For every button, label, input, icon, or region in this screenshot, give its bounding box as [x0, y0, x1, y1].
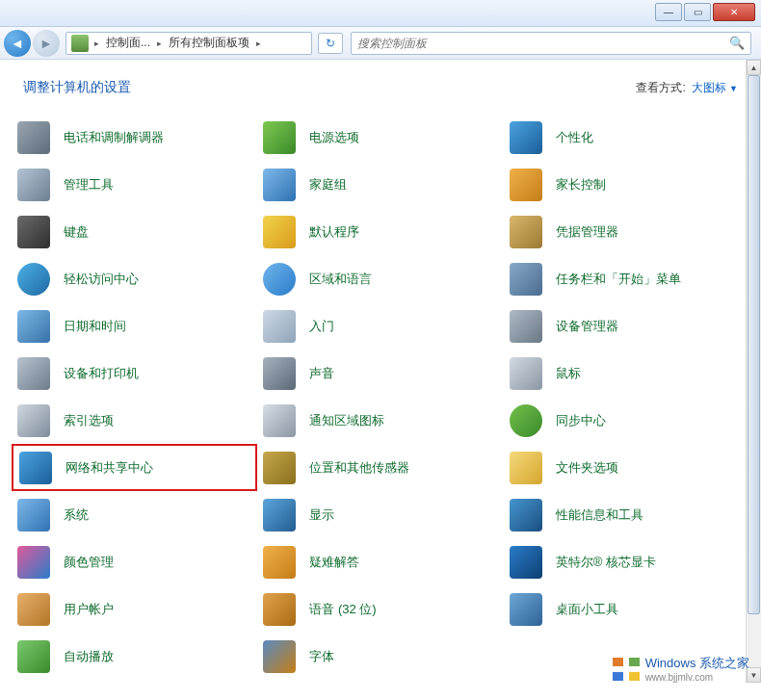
control-panel-item[interactable]: 电话和调制解调器	[12, 114, 257, 161]
refresh-button[interactable]: ↻	[318, 33, 343, 54]
item-label: 鼠标	[556, 365, 581, 382]
control-panel-item[interactable]: 通知区域图标	[257, 397, 503, 444]
item-label: 家庭组	[309, 176, 347, 194]
control-panel-item[interactable]: 默认程序	[257, 208, 503, 255]
control-panel-item[interactable]: 轻松访问中心	[12, 255, 257, 302]
autoplay-icon	[17, 640, 50, 673]
item-label: 自动播放	[64, 648, 114, 665]
control-panel-item[interactable]: 系统	[12, 491, 257, 538]
control-panel-item[interactable]: 语音 (32 位)	[257, 585, 503, 633]
control-panel-item[interactable]: 日期和时间	[12, 302, 257, 350]
search-box[interactable]: 🔍	[351, 32, 751, 55]
breadcrumb-seg-2[interactable]: 所有控制面板项	[165, 33, 253, 54]
admin-icon	[17, 169, 50, 201]
mouse-icon	[510, 357, 542, 390]
phone-icon	[17, 121, 50, 154]
item-label: 键盘	[64, 223, 89, 241]
control-panel-item[interactable]: 键盘	[12, 208, 257, 255]
control-panel-item[interactable]: 字体	[257, 633, 503, 680]
breadcrumb[interactable]: ▸ 控制面... ▸ 所有控制面板项 ▸	[66, 32, 312, 55]
start-icon	[263, 310, 296, 343]
location-icon	[263, 452, 296, 484]
folder-icon	[510, 452, 542, 484]
maximize-button[interactable]: ▭	[684, 3, 711, 21]
control-panel-item[interactable]: 个性化	[504, 114, 749, 161]
control-panel-item[interactable]: 英特尔® 核芯显卡	[504, 538, 749, 585]
items-grid: 电话和调制解调器电源选项个性化管理工具家庭组家长控制键盘默认程序凭据管理器轻松访…	[12, 114, 749, 680]
control-panel-item[interactable]: 桌面小工具	[504, 585, 749, 633]
item-label: 语音 (32 位)	[309, 601, 376, 618]
item-label: 日期和时间	[64, 318, 126, 335]
scrollbar[interactable]: ▲ ▼	[746, 60, 761, 683]
control-panel-item[interactable]: 凭据管理器	[504, 208, 749, 255]
chevron-right-icon: ▸	[92, 39, 102, 48]
control-panel-item[interactable]: 家庭组	[257, 161, 503, 208]
item-label: 索引选项	[64, 412, 114, 429]
notif-icon	[263, 404, 296, 437]
date-icon	[17, 310, 50, 343]
item-label: 颜色管理	[64, 554, 114, 571]
item-label: 默认程序	[309, 223, 359, 241]
search-icon[interactable]: 🔍	[729, 36, 745, 50]
control-panel-item[interactable]: 管理工具	[12, 161, 257, 208]
item-label: 设备和打印机	[64, 365, 139, 382]
item-label: 同步中心	[556, 412, 606, 429]
item-label: 通知区域图标	[309, 412, 384, 429]
item-label: 系统	[64, 506, 89, 524]
content-header: 调整计算机的设置 查看方式: 大图标 ▼	[0, 60, 761, 108]
items-area: 电话和调制解调器电源选项个性化管理工具家庭组家长控制键盘默认程序凭据管理器轻松访…	[0, 108, 761, 698]
forward-button[interactable]: ►	[33, 30, 60, 57]
control-panel-item[interactable]: 网络和共享中心	[12, 444, 257, 491]
item-label: 轻松访问中心	[64, 271, 139, 288]
control-panel-item[interactable]: 任务栏和「开始」菜单	[504, 255, 749, 302]
chevron-down-icon: ▼	[729, 84, 738, 93]
control-panel-item[interactable]: 用户帐户	[12, 585, 257, 633]
item-label: 疑难解答	[309, 554, 359, 571]
control-panel-item[interactable]: 设备管理器	[504, 302, 749, 350]
control-panel-item[interactable]: 位置和其他传感器	[257, 444, 503, 491]
control-panel-item[interactable]: 疑难解答	[257, 538, 503, 585]
item-label: 桌面小工具	[556, 601, 618, 618]
watermark: Windows 系统之家 www.bjjmlv.com	[613, 655, 749, 683]
scrollbar-thumb[interactable]	[748, 75, 760, 614]
font-icon	[263, 640, 296, 673]
control-panel-item[interactable]: 性能信息和工具	[504, 491, 749, 538]
control-panel-item[interactable]: 电源选项	[257, 114, 503, 161]
control-panel-item[interactable]: 显示	[257, 491, 503, 538]
control-panel-item[interactable]: 入门	[257, 302, 503, 350]
network-icon	[19, 452, 52, 484]
control-panel-item[interactable]: 颜色管理	[12, 538, 257, 585]
parental-icon	[510, 169, 542, 201]
control-panel-item[interactable]: 家长控制	[504, 161, 749, 208]
item-label: 区域和语言	[309, 271, 372, 288]
control-panel-item[interactable]: 自动播放	[12, 633, 257, 680]
display-icon	[263, 499, 296, 531]
search-input[interactable]	[357, 37, 729, 50]
control-panel-item[interactable]: 同步中心	[504, 397, 749, 444]
back-button[interactable]: ◄	[4, 30, 31, 57]
item-label: 声音	[309, 365, 334, 382]
trouble-icon	[263, 546, 296, 579]
close-button[interactable]: ✕	[713, 3, 755, 21]
home-icon	[263, 169, 296, 201]
breadcrumb-seg-1[interactable]: 控制面...	[102, 33, 154, 54]
watermark-title: Windows 系统之家	[645, 656, 749, 670]
minimize-button[interactable]: —	[655, 3, 682, 21]
control-panel-item[interactable]: 索引选项	[12, 397, 257, 444]
control-panel-item[interactable]: 文件夹选项	[504, 444, 749, 491]
view-control: 查看方式: 大图标 ▼	[636, 80, 738, 96]
control-panel-item[interactable]: 鼠标	[504, 350, 749, 397]
item-label: 凭据管理器	[556, 223, 618, 241]
view-mode-dropdown[interactable]: 大图标 ▼	[692, 80, 738, 96]
system-icon	[17, 499, 50, 531]
sound-icon	[263, 357, 296, 390]
speech-icon	[263, 593, 296, 626]
control-panel-item[interactable]: 声音	[257, 350, 503, 397]
control-panel-item[interactable]: 区域和语言	[257, 255, 503, 302]
windows-logo-icon	[613, 658, 640, 681]
scroll-up-button[interactable]: ▲	[747, 60, 761, 75]
gadget-icon	[510, 593, 542, 626]
keyboard-icon	[17, 216, 50, 248]
control-panel-item[interactable]: 设备和打印机	[12, 350, 257, 397]
perf-icon	[510, 499, 542, 531]
